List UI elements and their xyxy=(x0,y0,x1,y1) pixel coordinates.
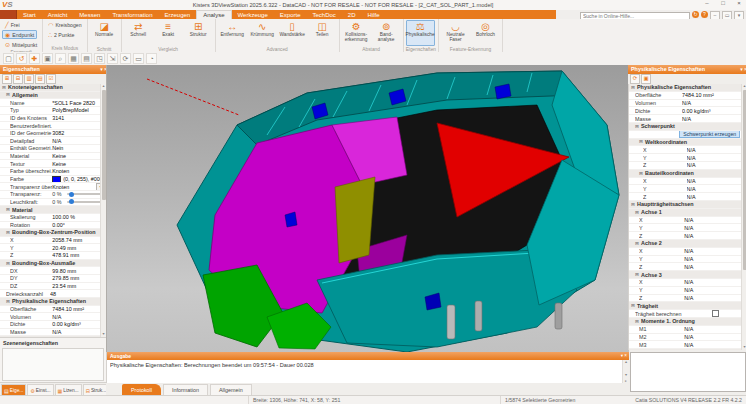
console-close-icon[interactable]: × xyxy=(624,353,627,358)
farbe-überschrei-row[interactable]: Farbe überschrei...Knoten xyxy=(0,168,106,176)
console-scrollbar[interactable]: ▲▼▸ xyxy=(622,360,629,383)
dy-row[interactable]: DY279.85 mm xyxy=(0,275,106,283)
copy-icon[interactable]: ▣ xyxy=(641,74,651,84)
achse-1-section[interactable]: ⊟Achse 1 xyxy=(629,209,742,217)
hauptträgheitsachsen-section[interactable]: ⊟Hauptträgheitsachsen xyxy=(629,201,742,209)
wandstärke-button[interactable]: ▯Wandstärke xyxy=(278,20,307,46)
tab-2d[interactable]: 2D xyxy=(342,10,362,19)
viewport[interactable] xyxy=(106,65,629,352)
transparenz-slider[interactable] xyxy=(67,193,103,195)
z-row[interactable]: ZN/A xyxy=(629,193,742,201)
x-row[interactable]: X2058.74 mm xyxy=(0,237,106,245)
dichte-row[interactable]: Dichte0.00 kg/dm³ xyxy=(0,321,106,329)
right-panel-pin-icon[interactable]: ▾ xyxy=(740,66,743,72)
model-detail-blue-4[interactable] xyxy=(285,212,297,227)
help-icon[interactable]: ? xyxy=(701,11,708,18)
physikalische-eigenschaften-section[interactable]: ⊟Physikalische Eigenschaften xyxy=(629,84,742,92)
panel-icon[interactable]: ▭ xyxy=(133,53,144,64)
teilen-button[interactable]: ◫Teilen xyxy=(308,20,337,46)
expand-all-icon[interactable]: ⊞ xyxy=(2,74,12,84)
tab-exporte[interactable]: Exporte xyxy=(274,10,307,19)
file-menu-button[interactable] xyxy=(0,10,17,19)
x-row[interactable]: XN/A xyxy=(629,248,742,256)
crop-icon[interactable]: ◳ xyxy=(94,53,105,64)
oberfläche-row[interactable]: Oberfläche7484.10 mm² xyxy=(629,92,742,100)
schnell-button[interactable]: ⇄Schnell xyxy=(124,20,153,46)
tab-werkzeuge[interactable]: Werkzeuge xyxy=(232,10,274,19)
frei-button[interactable]: ╱Frei xyxy=(2,20,23,29)
z-row[interactable]: ZN/A xyxy=(629,232,742,240)
new-icon[interactable]: ▢ xyxy=(3,53,14,64)
normale-button[interactable]: ◪Normale xyxy=(90,20,119,46)
apply-icon[interactable]: ☑ xyxy=(46,74,56,84)
krümmung-button[interactable]: ∿Krümmung xyxy=(248,20,277,46)
bounding-box-ausmaße-section[interactable]: ⊟Bounding-Box-Ausmaße xyxy=(0,260,106,268)
enthält-geometri-row[interactable]: Enthält Geometri...Nein xyxy=(0,145,106,153)
transparenz-über-row[interactable]: Transparenz über...Knoten▾ xyxy=(0,183,106,191)
model-pin-3[interactable] xyxy=(555,303,562,329)
y-row[interactable]: YN/A xyxy=(629,224,742,232)
leuchtkraft-slider[interactable] xyxy=(67,201,103,203)
allgemein-section[interactable]: ⊟Allgemein xyxy=(0,92,106,100)
id-des-knotens-row[interactable]: ID des Knotens3141 xyxy=(0,115,106,123)
magnifier-icon[interactable]: ⌕ xyxy=(55,53,66,64)
show-all-icon[interactable]: ▥ xyxy=(24,74,34,84)
slider-thumb[interactable] xyxy=(69,192,74,197)
close-button[interactable]: × xyxy=(734,0,744,6)
tab-ansicht[interactable]: Ansicht xyxy=(42,10,74,19)
model-detail-blue-3[interactable] xyxy=(495,84,511,99)
zoom-box-icon[interactable]: ▣ xyxy=(42,53,53,64)
grid-icon[interactable]: ▦ xyxy=(68,53,79,64)
y-row[interactable]: YN/A xyxy=(629,287,742,295)
exakt-button[interactable]: ≡Exakt xyxy=(154,20,183,46)
3d-viewport-canvas[interactable] xyxy=(107,65,629,352)
console-tab-information[interactable]: Information xyxy=(163,384,208,395)
tab-transformation[interactable]: Transformation xyxy=(106,10,158,19)
tab-messen[interactable]: Messen xyxy=(73,10,106,19)
filter-icon[interactable]: ▤ xyxy=(35,74,45,84)
leuchtkraft-row[interactable]: Leuchtkraft:0 % xyxy=(0,199,106,207)
farbe-row[interactable]: Farbe(0, 0, 255), #0000FF xyxy=(0,176,106,184)
kreisbogen-button[interactable]: ◠Kreisbogen xyxy=(45,20,85,29)
right-panel-scrollbar[interactable]: ▲▼ xyxy=(741,84,746,350)
console-tab-protokoll[interactable]: Protokoll xyxy=(122,384,161,395)
schwerpunkt-erzeugen-row[interactable]: Schwerpunkt erzeugen xyxy=(629,131,742,139)
minimize-button[interactable]: – xyxy=(702,0,712,6)
name-row[interactable]: Name*SOL1 Face 2820 xyxy=(0,99,106,107)
m3-row[interactable]: M3N/A xyxy=(629,341,742,349)
benutzerdefiniert-row[interactable]: Benutzerdefiniert... xyxy=(0,122,106,130)
bohrloch-button[interactable]: ◎Bohrloch xyxy=(471,20,500,46)
id-der-geometrie-row[interactable]: ID der Geometrie3082 xyxy=(0,130,106,138)
masse-row[interactable]: MasseN/A xyxy=(0,329,106,337)
y-row[interactable]: Y20.49 mm xyxy=(0,244,106,252)
model-pin-1[interactable] xyxy=(447,305,455,339)
z-row[interactable]: ZN/A xyxy=(629,295,742,303)
console-tab-allgemein[interactable]: Allgemein xyxy=(210,384,252,395)
neutrale-faser-button[interactable]: ◡Neutrale Faser xyxy=(441,20,470,46)
bauteilkoordinaten-section[interactable]: ⊟Bauteilkoordinaten xyxy=(629,170,742,178)
transparenz-row[interactable]: Transparenz:0 % xyxy=(0,191,106,199)
x-row[interactable]: XN/A xyxy=(629,178,742,186)
trägheit-section[interactable]: ⊟Trägheit xyxy=(629,302,742,310)
z-row[interactable]: ZN/A xyxy=(629,263,742,271)
tab-erzeugen[interactable]: Erzeugen xyxy=(159,10,197,19)
detailpfad-row[interactable]: DetailpfadN/A xyxy=(0,137,106,145)
struktur-button[interactable]: ⊞Struktur xyxy=(184,20,213,46)
material-row[interactable]: MaterialKeine xyxy=(0,153,106,161)
weltkoordinaten-section[interactable]: ⊟Weltkoordinaten xyxy=(629,139,742,147)
dz-row[interactable]: DZ23.54 mm xyxy=(0,283,106,291)
model-pin-2[interactable] xyxy=(475,301,482,331)
volumen-row[interactable]: VolumenN/A xyxy=(629,100,742,108)
typ-row[interactable]: TypPolyBrepModel xyxy=(0,107,106,115)
trägheit-berechnen-row[interactable]: Trägheit berechnen xyxy=(629,310,742,318)
y-row[interactable]: YN/A xyxy=(629,256,742,264)
2-punkte-button[interactable]: ∴2 Punkte xyxy=(45,30,77,39)
collapse-all-icon[interactable]: ⊟ xyxy=(13,74,23,84)
schwerpunkt-section[interactable]: ⊟Schwerpunkt xyxy=(629,123,742,131)
undo-icon[interactable]: ↺ xyxy=(16,53,27,64)
console-pin-icon[interactable]: ▾ xyxy=(621,353,623,358)
band-analyse-button[interactable]: ⊚Band-analyse xyxy=(372,20,401,46)
x-row[interactable]: XN/A xyxy=(629,146,742,154)
y-row[interactable]: YN/A xyxy=(629,185,742,193)
color-swatch[interactable] xyxy=(52,176,61,183)
